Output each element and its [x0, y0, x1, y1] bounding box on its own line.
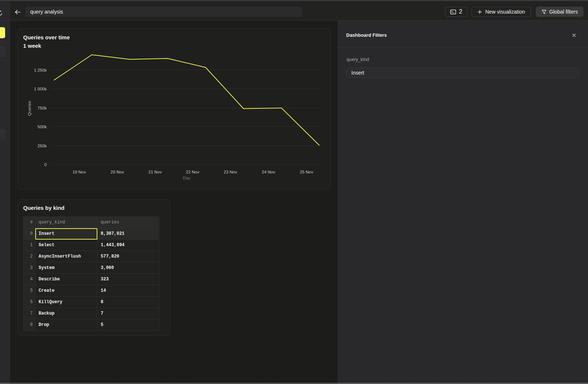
svg-text:0: 0: [44, 162, 47, 167]
svg-text:22 Nov: 22 Nov: [186, 170, 200, 174]
svg-text:25 Nov: 25 Nov: [300, 170, 313, 174]
svg-text:250k: 250k: [37, 144, 47, 148]
svg-text:1 250k: 1 250k: [34, 68, 47, 72]
svg-text:24 Nov: 24 Nov: [262, 170, 275, 174]
svg-text:Queries: Queries: [27, 101, 32, 116]
svg-text:1 000k: 1 000k: [34, 87, 47, 91]
svg-text:23 Nov: 23 Nov: [224, 170, 237, 174]
svg-text:21 Nov: 21 Nov: [148, 170, 162, 174]
svg-text:Day: Day: [183, 176, 191, 180]
svg-text:19 Nov: 19 Nov: [72, 170, 86, 174]
svg-text:500k: 500k: [37, 125, 47, 129]
svg-text:750k: 750k: [37, 106, 47, 110]
svg-text:20 Nov: 20 Nov: [111, 170, 124, 174]
